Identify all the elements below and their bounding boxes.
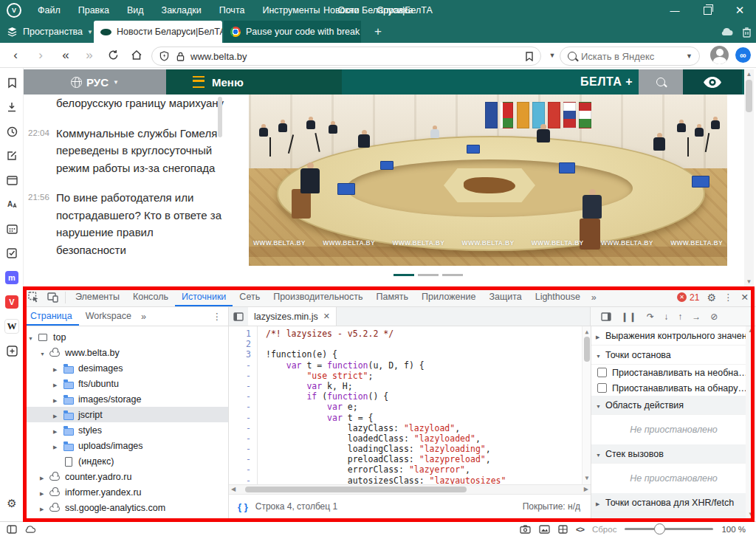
new-tab-button[interactable]: + <box>367 21 389 43</box>
menu-item[interactable]: Закладки <box>153 0 210 21</box>
close-button[interactable]: ✕ <box>724 0 756 21</box>
search-engine-dropdown[interactable]: ▼ <box>686 52 693 60</box>
navigator-menu-icon[interactable]: ⋮ <box>213 311 223 322</box>
news-item[interactable]: белорусскую границу марихуану <box>24 95 245 112</box>
search-field[interactable]: ▼ <box>560 47 700 66</box>
photo-carousel-dots[interactable] <box>394 274 463 276</box>
sync-status-icon[interactable] <box>21 526 38 533</box>
tree-arrow-icon[interactable] <box>28 332 38 343</box>
browser-tab[interactable]: Pause your code with break <box>224 21 361 43</box>
site-brand[interactable]: БЕЛТА + <box>580 69 633 95</box>
pause-script-icon[interactable]: ❙❙ <box>621 312 637 322</box>
zoom-reset-button[interactable]: Сброс <box>592 525 616 534</box>
devtools-tab[interactable]: Производительность <box>267 288 369 306</box>
debugger-section[interactable]: Стек вызовов <box>591 444 756 464</box>
devtools-tab[interactable]: Источники <box>175 288 233 306</box>
toggle-images-icon[interactable] <box>539 525 550 534</box>
devtools-tab[interactable]: Приложение <box>415 288 482 306</box>
spaces-button[interactable]: Пространства ▼ <box>0 21 93 43</box>
tree-item[interactable]: www.belta.by <box>24 345 228 360</box>
history-panel-icon[interactable] <box>4 124 19 139</box>
bookmark-icon[interactable] <box>526 52 533 61</box>
accessibility-button[interactable] <box>683 69 742 95</box>
sync-account-icon[interactable]: ∞ <box>735 47 751 63</box>
devtools-close-icon[interactable]: ✕ <box>741 292 749 303</box>
tree-arrow-icon[interactable] <box>40 503 49 513</box>
devtools-tab[interactable]: Lighthouse <box>529 288 587 306</box>
calendar-panel-icon[interactable] <box>4 221 19 236</box>
editor-vscrollbar[interactable]: ▲ ▼ <box>582 326 591 484</box>
debugger-section[interactable]: Не приостановлено <box>591 464 756 493</box>
menu-item[interactable]: Почта <box>210 0 254 21</box>
tree-arrow-icon[interactable] <box>53 363 63 374</box>
section-arrow-icon[interactable] <box>596 498 605 508</box>
news-item[interactable]: 21:56 По вине работодателя или пострадав… <box>24 189 245 258</box>
section-arrow-icon[interactable] <box>596 449 605 459</box>
tree-arrow-icon[interactable] <box>53 410 63 420</box>
collapse-navigator-icon[interactable] <box>229 307 248 326</box>
tasks-panel-icon[interactable] <box>4 246 19 261</box>
step-into-icon[interactable]: ↓ <box>664 312 668 322</box>
devtools-tab[interactable]: Защита <box>482 288 528 306</box>
menu-item[interactable]: Окно <box>329 0 368 21</box>
close-tab-icon[interactable]: ✕ <box>323 312 330 321</box>
tree-arrow-icon[interactable] <box>40 487 49 498</box>
url-text[interactable]: www.belta.by <box>190 51 518 62</box>
debugger-section[interactable]: Выражения контрольного значен <box>591 326 756 346</box>
tree-item[interactable]: jscript <box>24 407 228 422</box>
fast-forward-button[interactable]: » <box>80 43 99 67</box>
window-panel-icon[interactable] <box>4 173 19 188</box>
news-headline[interactable]: Коммунальные службы Гомеля переведены в … <box>56 125 224 177</box>
tree-item[interactable]: fts/ubuntu <box>24 376 228 391</box>
tree-arrow-icon[interactable] <box>53 425 63 436</box>
lock-icon[interactable] <box>176 52 185 61</box>
restore-button[interactable] <box>691 0 724 21</box>
news-headline[interactable]: По вине работодателя или пострадавшего? … <box>56 189 224 258</box>
bookmarks-panel-icon[interactable] <box>4 75 19 90</box>
tree-item[interactable]: (индекс) <box>24 453 228 469</box>
news-item[interactable]: 22:04 Коммунальные службы Гомеля перевед… <box>24 125 245 177</box>
notes-panel-icon[interactable] <box>4 148 19 163</box>
language-selector[interactable]: РУС ▼ <box>24 69 166 95</box>
devtools-tab[interactable]: Элементы <box>69 288 126 306</box>
debugger-section[interactable]: Область действия <box>591 396 756 415</box>
back-button[interactable]: ‹ <box>6 43 25 67</box>
device-toolbar-icon[interactable] <box>43 288 62 306</box>
menu-item[interactable]: Файл <box>29 0 69 21</box>
tree-item[interactable]: top <box>24 329 228 345</box>
translate-panel-icon[interactable]: A <box>4 197 19 212</box>
menu-item[interactable]: Справка <box>368 0 422 21</box>
site-menu-button[interactable]: Меню <box>166 69 342 95</box>
site-search-button[interactable] <box>639 69 683 95</box>
navigator-more-tabs[interactable]: » <box>138 312 149 322</box>
shield-icon[interactable] <box>159 51 169 61</box>
page-scrollbar[interactable]: ▲ ▼ <box>744 69 754 286</box>
tree-arrow-icon[interactable] <box>53 379 63 389</box>
tree-arrow-icon[interactable] <box>53 441 63 451</box>
tree-arrow-icon[interactable] <box>40 472 49 482</box>
minimize-button[interactable]: — <box>659 0 691 21</box>
settings-gear-icon[interactable]: ⚙ <box>4 496 19 511</box>
debugger-section[interactable]: Приостанавливать на обнару… <box>591 380 756 396</box>
debugger-section[interactable]: Точки останова для XHR/fetch <box>591 493 756 512</box>
url-field[interactable]: www.belta.by <box>151 47 541 66</box>
menu-item[interactable]: Вид <box>118 0 153 21</box>
tree-arrow-icon[interactable] <box>40 348 49 358</box>
page-tiling-icon[interactable] <box>558 525 568 534</box>
vivaldi-logo-icon[interactable]: V <box>7 3 21 18</box>
add-webpanel-icon[interactable] <box>4 343 19 358</box>
debugger-section[interactable]: Не приостановлено <box>591 415 756 444</box>
zoom-slider[interactable] <box>625 528 713 530</box>
trash-icon[interactable] <box>742 27 752 38</box>
editor-tab[interactable]: lazysizes.min.js ✕ <box>248 307 337 326</box>
forward-button[interactable]: › <box>31 43 50 67</box>
step-over-icon[interactable]: ↷ <box>647 312 654 322</box>
zoom-slider-knob[interactable] <box>654 523 665 535</box>
tree-item[interactable]: images/storage <box>24 391 228 407</box>
reload-button[interactable] <box>103 43 123 67</box>
tree-item[interactable]: counter.yadro.ru <box>24 469 228 484</box>
tree-item[interactable]: informer.yandex.ru <box>24 484 228 500</box>
tree-arrow-icon[interactable] <box>53 394 63 405</box>
tree-item[interactable]: styles <box>24 422 228 438</box>
toggle-panel-icon[interactable] <box>3 525 21 534</box>
